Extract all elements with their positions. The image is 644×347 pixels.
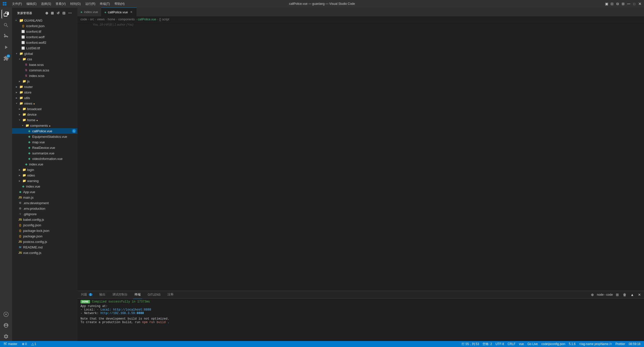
tree-item-folder-components[interactable]: 📁components●	[12, 123, 77, 128]
tab-close-btn[interactable]: ✕	[129, 10, 133, 14]
tree-item-iconfont-woff2[interactable]: ⬜iconfont.woff2	[12, 40, 77, 45]
window-layout-btn2[interactable]: ⊟	[610, 2, 614, 6]
breadcrumb-components[interactable]: components	[118, 18, 135, 21]
tree-item-index-scss[interactable]: Sindex.scss	[12, 73, 77, 78]
tree-root-guanlang[interactable]: 📁 GUANLANG	[12, 18, 77, 23]
breadcrumb-views[interactable]: views	[97, 18, 105, 21]
panel-tab-gitlens[interactable]: GITLENS	[146, 292, 162, 297]
tree-item-env-prod[interactable]: ⚙.env.production	[12, 206, 77, 211]
status-errors[interactable]: ⊗ 0	[21, 341, 28, 347]
tree-item-folder-warning[interactable]: 📁warning	[12, 178, 77, 184]
breadcrumb-file[interactable]: callPolice.vue	[138, 18, 156, 21]
refresh-btn[interactable]: ↺	[56, 11, 60, 16]
tree-item-folder-views[interactable]: 📁views●	[12, 101, 77, 106]
panel-tab-problems[interactable]: 问题 1	[79, 291, 94, 298]
panel-tab-comments[interactable]: 注释	[166, 291, 175, 298]
status-encoding[interactable]: UTF-8	[495, 342, 505, 346]
activity-explorer[interactable]	[2, 10, 11, 19]
tree-item-readme-md[interactable]: MREADME.md	[12, 244, 77, 250]
tree-item-package-lock[interactable]: {}package-lock.json	[12, 228, 77, 233]
tree-item-gitignore[interactable]: ⑂.gitignore	[12, 211, 77, 217]
activity-search[interactable]	[2, 21, 11, 30]
tree-item-jsconfig-json[interactable]: {}jsconfig.json	[12, 222, 77, 228]
new-file-btn[interactable]: ⊕	[45, 11, 49, 16]
tree-item-main-js[interactable]: JSmain.js	[12, 195, 77, 200]
breadcrumb-code[interactable]: code	[80, 18, 87, 21]
activity-remote[interactable]	[2, 310, 11, 319]
menu-select[interactable]: 选择(S)	[39, 1, 53, 7]
panel-tab-debug[interactable]: 调试控制台	[111, 291, 129, 298]
window-layout-btn4[interactable]: ⊞	[621, 2, 625, 6]
status-spaces[interactable]: 空格: 2	[481, 342, 493, 346]
tree-item-folder-js[interactable]: 📁js	[12, 78, 77, 84]
minimize-button[interactable]: ─	[627, 2, 630, 6]
status-tagname[interactable]: <tag-name propName />	[578, 342, 613, 346]
menu-edit[interactable]: 编辑(E)	[24, 1, 38, 7]
menu-help[interactable]: 帮助(H)	[112, 1, 127, 7]
tree-item-folder-login[interactable]: 📁login	[12, 167, 77, 172]
tree-item-iconfont-json[interactable]: {}iconfont.json	[12, 23, 77, 29]
tree-item-index-vue-home[interactable]: ◈index.vue	[12, 161, 77, 167]
activity-run[interactable]	[2, 43, 11, 52]
more-btn[interactable]: ⋯	[68, 11, 72, 16]
tree-item-babel-config[interactable]: JSbabel.config.js	[12, 217, 77, 222]
status-language[interactable]: vue	[518, 342, 525, 346]
activity-account[interactable]	[2, 321, 11, 330]
activity-extensions[interactable]: 20	[2, 54, 11, 63]
status-golive[interactable]: Go Live	[526, 342, 539, 346]
tree-item-folder-store[interactable]: 📁store	[12, 90, 77, 95]
tree-item-summarize-vue[interactable]: ◈summarize.vue	[12, 150, 77, 156]
tree-item-folder-utils[interactable]: 📁utils	[12, 95, 77, 101]
menu-goto[interactable]: 转到(G)	[68, 1, 83, 7]
window-layout-btn[interactable]: ▣	[605, 2, 608, 6]
menu-terminal[interactable]: 终端(T)	[98, 1, 112, 7]
tree-item-iconfont-woff[interactable]: ⬜iconfont.woff	[12, 34, 77, 40]
collapse-btn[interactable]: ⊟	[62, 11, 66, 16]
tab-index-vue[interactable]: ◈ index.vue	[77, 8, 101, 16]
panel-close[interactable]: ✕	[637, 292, 642, 297]
tree-item-realdevice-vue[interactable]: ◈RealDevice.vue	[12, 145, 77, 150]
status-version[interactable]: 5.1.6	[568, 342, 577, 346]
menu-view[interactable]: 查看(V)	[54, 1, 68, 7]
tree-item-app-vue[interactable]: ◈App.vue	[12, 189, 77, 195]
tree-item-folder-global[interactable]: 📁global	[12, 51, 77, 56]
breadcrumb-section[interactable]: {} script	[159, 18, 169, 21]
status-branch[interactable]: master	[3, 341, 18, 347]
tree-item-callpolice-vue[interactable]: ◈callPolice.vue1	[12, 128, 77, 134]
tree-item-common-scss[interactable]: Scommon.scss	[12, 67, 77, 73]
panel-split-editor[interactable]: ⊞	[615, 292, 620, 297]
panel-trash[interactable]: 🗑	[622, 292, 627, 297]
panel-content[interactable]: DONE Compiled successfully in 17373ms Ap…	[77, 298, 644, 341]
tree-item-folder-router[interactable]: 📁router	[12, 84, 77, 90]
maximize-button[interactable]: □	[632, 2, 636, 6]
tree-item-folder-css[interactable]: 📁css	[12, 56, 77, 62]
network-url[interactable]: http://192.168.3.59:8888	[100, 312, 144, 315]
tree-item-folder-broadcast[interactable]: 📁broadcast	[12, 106, 77, 112]
tree-item-postcss-config[interactable]: JSpostcss.config.js	[12, 239, 77, 244]
menu-run[interactable]: 运行(R)	[83, 1, 98, 7]
activity-settings[interactable]	[2, 332, 11, 341]
tree-item-map-vue[interactable]: ◈map.vue	[12, 139, 77, 145]
local-url[interactable]: - Local: http://localhost:8888	[97, 308, 151, 312]
window-layout-btn3[interactable]: ⧉	[616, 2, 619, 6]
panel-split-btn[interactable]: ⊕	[590, 292, 595, 297]
tree-item-vue-config[interactable]: JSvue.config.js	[12, 250, 77, 255]
activity-source-control[interactable]	[2, 32, 11, 41]
tree-item-equipstats-vue[interactable]: ◈EquipmentStatistics.vue	[12, 134, 77, 139]
editor-content[interactable]: You, 18小时前 | 1 author (You) 123456789101…	[77, 22, 644, 291]
tree-item-index-vue-views[interactable]: ◈index.vue	[12, 184, 77, 189]
status-line-ending[interactable]: CRLF	[507, 342, 516, 346]
tree-item-folder-home[interactable]: 📁home●	[12, 117, 77, 123]
tree-item-videoinfo-vue[interactable]: ◈videoInformation.vue	[12, 156, 77, 161]
menu-file[interactable]: 文件(F)	[10, 1, 24, 7]
status-jsconfig[interactable]: code\jsconfig.json	[540, 342, 566, 346]
npm-run-build[interactable]: npm run build	[142, 321, 166, 324]
breadcrumb-src[interactable]: src	[90, 18, 94, 21]
breadcrumb-home[interactable]: home	[108, 18, 115, 21]
status-prettier[interactable]: Prettier	[615, 342, 626, 346]
tree-item-lcdstd-ttf[interactable]: ⬜LcdStd.ttf	[12, 45, 77, 51]
status-warnings[interactable]: △ 1	[30, 341, 37, 347]
panel-maximize[interactable]: ▲	[629, 292, 635, 297]
status-cursor[interactable]: 行 55，列 53	[461, 342, 480, 346]
panel-tab-terminal[interactable]: 终端	[133, 291, 142, 298]
